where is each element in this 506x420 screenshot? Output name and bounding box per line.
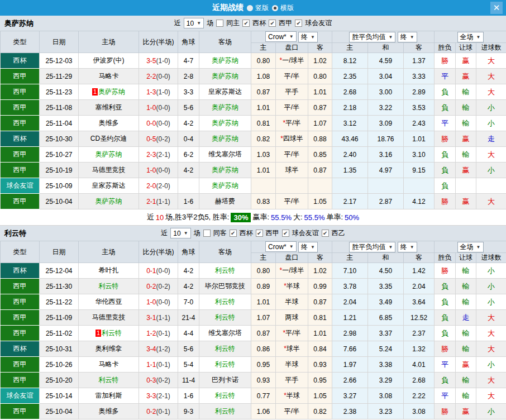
result: 勝: [435, 263, 456, 279]
radio-checked-icon[interactable]: [272, 5, 278, 11]
league-checkbox-0[interactable]: ✔: [230, 230, 237, 237]
avg-type-select[interactable]: 胜平负均值▼: [349, 242, 395, 252]
near-label: 近: [161, 228, 168, 238]
league-checkbox-2[interactable]: ✔: [282, 230, 289, 237]
handicap-text: 平手: [285, 376, 299, 384]
league-label-2: 球会友谊: [305, 18, 332, 28]
handicap-text: 平/半: [284, 150, 299, 158]
handicap: 平手: [276, 84, 308, 100]
odds-away: 0.84: [308, 341, 332, 357]
scope-select[interactable]: 全场▼: [457, 32, 484, 42]
close-icon[interactable]: ✕: [490, 2, 503, 14]
games-label: 场: [207, 18, 213, 28]
filter-row: 利云特近10▼场同客✔西杯✔西甲✔球会友谊✔西乙: [0, 226, 506, 241]
away-team: 利云特: [199, 357, 251, 373]
league-checkbox-2[interactable]: ✔: [295, 20, 302, 27]
table-row: 西甲25-10-04奥萨苏纳2-1(1-1)1-6赫塔费0.83平/半1.052…: [1, 194, 506, 209]
result-text: 平: [441, 360, 448, 369]
result: 負: [435, 373, 456, 388]
odds-source-select[interactable]: Crow*▼: [265, 31, 297, 42]
away-team-name: 奥萨苏纳: [212, 119, 238, 127]
odds-source-select[interactable]: Crow*▼: [265, 241, 297, 252]
col-header-type: 类型: [1, 241, 40, 263]
avg-time-select[interactable]: 终▼: [398, 242, 417, 252]
type-badge: 西甲: [1, 163, 40, 178]
away-team-name: 皇家苏斯达: [208, 88, 242, 96]
sub-header-7: 让球: [456, 253, 476, 263]
avg-time-select[interactable]: 终▼: [398, 32, 417, 42]
odds-time-select[interactable]: 终▼: [298, 242, 318, 252]
layout-radio-vertical[interactable]: 竖版: [247, 3, 269, 13]
league-checkbox-3[interactable]: ✔: [322, 230, 329, 237]
score: 0-5(0-2): [139, 131, 178, 147]
result-text: 勝: [441, 197, 448, 206]
handicap: 半球: [276, 357, 308, 373]
radio-unchecked-icon[interactable]: [247, 5, 253, 11]
col-header-home: 主场: [79, 31, 139, 53]
goals-result: 大: [476, 373, 506, 388]
avg-draw: [368, 178, 404, 194]
odds-away: 0.87: [308, 294, 332, 310]
team-section: 利云特近10▼场同客✔西杯✔西甲✔球会友谊✔西乙类型日期主场比分(半场)角球客场…: [0, 226, 506, 419]
match-count-select[interactable]: 10▼: [170, 228, 190, 238]
halftime-score: (1-0): [156, 57, 170, 65]
home-team: 马德里竞技: [79, 310, 139, 326]
avg-draw: 3.22: [368, 100, 404, 116]
away-team-name: 利云特: [215, 392, 235, 399]
league-checkbox-1[interactable]: ✔: [269, 20, 276, 27]
avg-type-select-label: 胜平负均值: [352, 32, 385, 42]
result-text: 負: [441, 282, 448, 290]
handicap-result: 輸: [456, 263, 476, 279]
match-date: 25-11-04: [40, 116, 79, 131]
odds-away: 1.07: [308, 116, 332, 131]
handicap: *半球: [276, 388, 308, 404]
corner: 5-6: [178, 100, 199, 116]
corner: 6-2: [178, 147, 199, 163]
corner: 4-2: [178, 263, 199, 279]
goals-result: 大: [476, 147, 506, 163]
league-label-2: 球会友谊: [292, 228, 319, 238]
chevron-down-icon: ▼: [410, 245, 414, 250]
avg-home: 2.35: [332, 69, 368, 84]
halftime-score: (0-0): [156, 166, 170, 174]
match-date: 25-12-03: [40, 53, 79, 69]
avg-home: 1.97: [332, 357, 368, 373]
league-checkbox-1[interactable]: ✔: [256, 230, 263, 237]
score: 2-3(2-1): [139, 147, 178, 163]
odds-home: 0.86: [251, 341, 276, 357]
scope-select-label: 全场: [460, 242, 474, 252]
avg-away: 3.53: [404, 100, 435, 116]
avg-draw: 3.00: [368, 84, 404, 100]
match-date: 25-10-19: [40, 163, 79, 178]
result: 平: [435, 388, 456, 404]
layout-radio-horizontal[interactable]: 横版: [272, 3, 294, 13]
avg-home: 2.40: [332, 147, 368, 163]
avg-away: 3.64: [404, 294, 435, 310]
same-venue-checkbox[interactable]: [216, 20, 223, 27]
avg-type-select[interactable]: 胜平负均值▼: [349, 32, 395, 42]
home-team: 利云特: [79, 373, 139, 388]
halftime-score: (2-1): [156, 151, 170, 159]
scope-select[interactable]: 全场▼: [457, 242, 484, 252]
away-team: 奥萨苏纳: [199, 178, 251, 194]
goals-result: 大: [476, 69, 506, 84]
halftime-score: (0-0): [156, 73, 170, 80]
halftime-score: (0-2): [156, 376, 170, 384]
league-checkbox-0[interactable]: ✔: [242, 20, 250, 27]
corner: 4-7: [178, 53, 199, 69]
league-label-3: 西乙: [332, 228, 345, 238]
avg-group: 胜平负均值▼ 终▼: [332, 241, 435, 253]
summary-record: 场,胜3平2负5, 胜率:: [165, 212, 229, 222]
odds-time-select[interactable]: 终▼: [298, 32, 318, 42]
match-date: 25-11-23: [40, 84, 79, 100]
handicap: 球半: [276, 163, 308, 178]
home-team-name: 马略卡: [99, 72, 119, 80]
same-venue-checkbox[interactable]: [203, 230, 211, 237]
handicap-result-text: 輸: [462, 392, 470, 400]
handicap: *四球半: [276, 131, 308, 147]
away-team-name: 奥萨苏纳: [212, 72, 238, 80]
home-team: 奥利维拿: [79, 341, 139, 357]
avg-home: 2.68: [332, 84, 368, 100]
match-count-select[interactable]: 10▼: [184, 18, 204, 28]
chevron-down-icon: ▼: [476, 245, 481, 250]
